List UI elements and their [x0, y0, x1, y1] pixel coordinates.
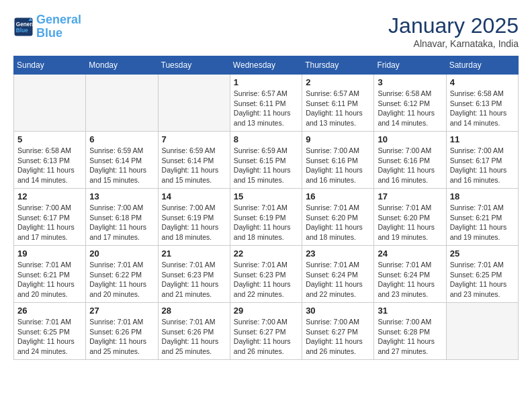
day-cell: 18Sunrise: 7:01 AM Sunset: 6:21 PM Dayli… [446, 189, 518, 246]
day-number: 5 [17, 134, 82, 144]
day-number: 8 [234, 134, 298, 144]
page-header: General Blue General Blue January 2025 A… [13, 13, 519, 49]
day-cell: 10Sunrise: 7:00 AM Sunset: 6:16 PM Dayli… [374, 132, 446, 189]
day-number: 29 [234, 306, 298, 316]
day-info: Sunrise: 7:01 AM Sunset: 6:25 PM Dayligh… [17, 317, 82, 357]
day-cell: 19Sunrise: 7:01 AM Sunset: 6:21 PM Dayli… [14, 246, 86, 303]
day-cell [14, 75, 86, 132]
week-row-4: 19Sunrise: 7:01 AM Sunset: 6:21 PM Dayli… [14, 246, 519, 303]
day-info: Sunrise: 6:58 AM Sunset: 6:12 PM Dayligh… [378, 89, 442, 128]
day-info: Sunrise: 7:01 AM Sunset: 6:21 PM Dayligh… [450, 203, 515, 242]
day-info: Sunrise: 7:01 AM Sunset: 6:24 PM Dayligh… [306, 260, 370, 300]
day-number: 2 [306, 77, 370, 87]
day-info: Sunrise: 7:01 AM Sunset: 6:21 PM Dayligh… [17, 260, 82, 300]
calendar-header-row: SundayMondayTuesdayWednesdayThursdayFrid… [14, 56, 519, 75]
title-block: January 2025 Alnavar, Karnataka, India [388, 13, 519, 49]
week-row-2: 5Sunrise: 6:58 AM Sunset: 6:13 PM Daylig… [14, 132, 519, 189]
location: Alnavar, Karnataka, India [388, 38, 519, 49]
day-info: Sunrise: 7:01 AM Sunset: 6:20 PM Dayligh… [306, 203, 370, 242]
header-saturday: Saturday [446, 56, 518, 75]
day-info: Sunrise: 7:01 AM Sunset: 6:19 PM Dayligh… [234, 203, 298, 242]
logo: General Blue General Blue [13, 13, 81, 40]
day-info: Sunrise: 6:59 AM Sunset: 6:15 PM Dayligh… [234, 146, 298, 185]
month-title: January 2025 [388, 13, 519, 38]
day-info: Sunrise: 7:00 AM Sunset: 6:18 PM Dayligh… [89, 203, 154, 242]
day-number: 17 [378, 191, 442, 201]
day-cell: 30Sunrise: 7:00 AM Sunset: 6:27 PM Dayli… [302, 303, 374, 360]
day-number: 25 [450, 248, 515, 259]
day-cell: 17Sunrise: 7:01 AM Sunset: 6:20 PM Dayli… [374, 189, 446, 246]
day-number: 13 [89, 191, 154, 201]
day-info: Sunrise: 7:01 AM Sunset: 6:23 PM Dayligh… [234, 260, 298, 300]
day-number: 31 [378, 306, 442, 316]
day-number: 14 [162, 191, 226, 201]
week-row-5: 26Sunrise: 7:01 AM Sunset: 6:25 PM Dayli… [14, 303, 519, 360]
day-number: 19 [17, 248, 82, 259]
day-cell: 7Sunrise: 6:59 AM Sunset: 6:14 PM Daylig… [158, 132, 230, 189]
day-cell: 3Sunrise: 6:58 AM Sunset: 6:12 PM Daylig… [374, 75, 446, 132]
day-cell: 12Sunrise: 7:00 AM Sunset: 6:17 PM Dayli… [14, 189, 86, 246]
day-cell: 13Sunrise: 7:00 AM Sunset: 6:18 PM Dayli… [86, 189, 158, 246]
day-number: 27 [89, 306, 154, 316]
header-monday: Monday [86, 56, 158, 75]
day-cell: 21Sunrise: 7:01 AM Sunset: 6:23 PM Dayli… [158, 246, 230, 303]
day-number: 4 [450, 77, 515, 87]
week-row-1: 1Sunrise: 6:57 AM Sunset: 6:11 PM Daylig… [14, 75, 519, 132]
day-cell: 15Sunrise: 7:01 AM Sunset: 6:19 PM Dayli… [230, 189, 302, 246]
day-number: 12 [17, 191, 82, 201]
day-cell: 1Sunrise: 6:57 AM Sunset: 6:11 PM Daylig… [230, 75, 302, 132]
day-cell: 6Sunrise: 6:59 AM Sunset: 6:14 PM Daylig… [86, 132, 158, 189]
day-cell: 11Sunrise: 7:00 AM Sunset: 6:17 PM Dayli… [446, 132, 518, 189]
day-cell [158, 75, 230, 132]
day-info: Sunrise: 7:01 AM Sunset: 6:22 PM Dayligh… [89, 260, 154, 300]
day-info: Sunrise: 7:01 AM Sunset: 6:26 PM Dayligh… [162, 317, 226, 357]
day-info: Sunrise: 7:01 AM Sunset: 6:25 PM Dayligh… [450, 260, 515, 300]
day-cell: 25Sunrise: 7:01 AM Sunset: 6:25 PM Dayli… [446, 246, 518, 303]
day-info: Sunrise: 6:58 AM Sunset: 6:13 PM Dayligh… [450, 89, 515, 128]
day-cell: 4Sunrise: 6:58 AM Sunset: 6:13 PM Daylig… [446, 75, 518, 132]
logo-text-line2: Blue [36, 27, 81, 40]
day-number: 30 [306, 306, 370, 316]
day-cell: 28Sunrise: 7:01 AM Sunset: 6:26 PM Dayli… [158, 303, 230, 360]
logo-text-line1: General [36, 13, 81, 27]
day-number: 20 [89, 248, 154, 259]
day-cell [86, 75, 158, 132]
day-number: 22 [234, 248, 298, 259]
day-cell: 5Sunrise: 6:58 AM Sunset: 6:13 PM Daylig… [14, 132, 86, 189]
logo-icon: General Blue [13, 17, 34, 37]
day-info: Sunrise: 7:01 AM Sunset: 6:24 PM Dayligh… [378, 260, 442, 300]
day-info: Sunrise: 6:57 AM Sunset: 6:11 PM Dayligh… [234, 89, 298, 128]
day-cell: 26Sunrise: 7:01 AM Sunset: 6:25 PM Dayli… [14, 303, 86, 360]
day-info: Sunrise: 7:00 AM Sunset: 6:16 PM Dayligh… [378, 146, 442, 185]
day-number: 23 [306, 248, 370, 259]
day-info: Sunrise: 6:58 AM Sunset: 6:13 PM Dayligh… [17, 146, 82, 185]
day-number: 1 [234, 77, 298, 87]
day-info: Sunrise: 7:01 AM Sunset: 6:23 PM Dayligh… [162, 260, 226, 300]
day-info: Sunrise: 7:01 AM Sunset: 6:26 PM Dayligh… [89, 317, 154, 357]
day-info: Sunrise: 7:00 AM Sunset: 6:27 PM Dayligh… [306, 317, 370, 357]
day-number: 18 [450, 191, 515, 201]
day-cell: 16Sunrise: 7:01 AM Sunset: 6:20 PM Dayli… [302, 189, 374, 246]
day-cell: 14Sunrise: 7:00 AM Sunset: 6:19 PM Dayli… [158, 189, 230, 246]
day-number: 28 [162, 306, 226, 316]
header-friday: Friday [374, 56, 446, 75]
day-info: Sunrise: 7:00 AM Sunset: 6:19 PM Dayligh… [162, 203, 226, 242]
day-cell: 23Sunrise: 7:01 AM Sunset: 6:24 PM Dayli… [302, 246, 374, 303]
day-cell: 27Sunrise: 7:01 AM Sunset: 6:26 PM Dayli… [86, 303, 158, 360]
day-cell: 24Sunrise: 7:01 AM Sunset: 6:24 PM Dayli… [374, 246, 446, 303]
day-info: Sunrise: 7:00 AM Sunset: 6:17 PM Dayligh… [450, 146, 515, 185]
day-cell: 8Sunrise: 6:59 AM Sunset: 6:15 PM Daylig… [230, 132, 302, 189]
day-cell: 29Sunrise: 7:00 AM Sunset: 6:27 PM Dayli… [230, 303, 302, 360]
day-number: 7 [162, 134, 226, 144]
day-cell [446, 303, 518, 360]
day-info: Sunrise: 7:00 AM Sunset: 6:28 PM Dayligh… [378, 317, 442, 357]
day-info: Sunrise: 6:59 AM Sunset: 6:14 PM Dayligh… [89, 146, 154, 185]
header-thursday: Thursday [302, 56, 374, 75]
header-wednesday: Wednesday [230, 56, 302, 75]
svg-text:General: General [16, 21, 34, 27]
day-number: 6 [89, 134, 154, 144]
day-info: Sunrise: 6:57 AM Sunset: 6:11 PM Dayligh… [306, 89, 370, 128]
day-info: Sunrise: 7:00 AM Sunset: 6:16 PM Dayligh… [306, 146, 370, 185]
day-number: 21 [162, 248, 226, 259]
day-number: 15 [234, 191, 298, 201]
